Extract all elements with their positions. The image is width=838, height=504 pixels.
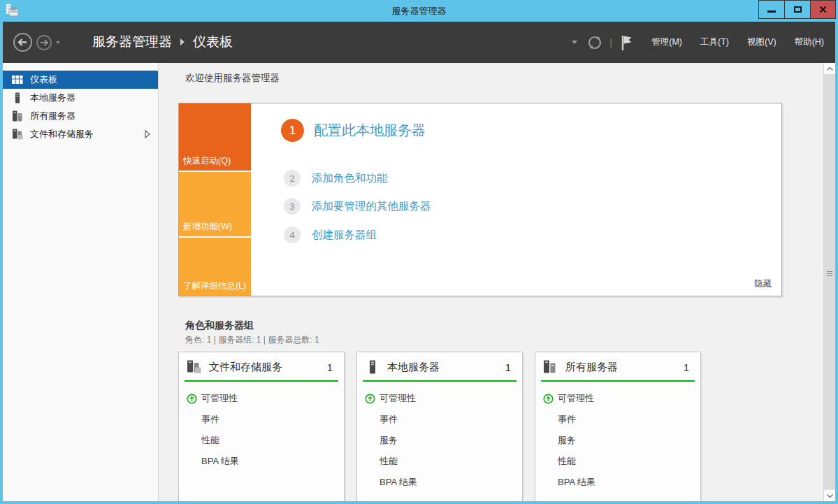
- row-label: 可管理性: [380, 392, 416, 405]
- scroll-down-icon[interactable]: [824, 489, 835, 501]
- step-configure-local-server: 1 配置此本地服务器: [281, 119, 426, 142]
- row-manageability[interactable]: 可管理性: [357, 388, 522, 409]
- row-performance[interactable]: 性能: [535, 451, 700, 472]
- refresh-icon[interactable]: [587, 35, 602, 50]
- local-server-icon: [365, 360, 380, 374]
- step-link[interactable]: 添加要管理的其他服务器: [312, 199, 431, 214]
- card-title: 文件和存储服务: [209, 361, 282, 374]
- welcome-panel: 快速启动(Q) 新增功能(W) 了解详细信息(L) 1 配置此本地服务器 2 添…: [178, 103, 782, 296]
- row-performance[interactable]: 性能: [179, 430, 344, 451]
- row-events[interactable]: 事件: [357, 409, 522, 430]
- scrollbar-thumb[interactable]: [824, 75, 835, 489]
- card-rows: 可管理性 事件 服务 性能 BPA 结果: [357, 382, 522, 493]
- card-count: 1: [684, 361, 689, 373]
- breadcrumb-separator-icon: [180, 38, 185, 45]
- row-performance[interactable]: 性能: [357, 451, 522, 472]
- sidebar-item-file-storage[interactable]: 文件和存储服务: [3, 125, 158, 143]
- hide-link[interactable]: 隐藏: [754, 278, 772, 290]
- row-label: 可管理性: [558, 392, 594, 405]
- breadcrumb-current: 仪表板: [193, 33, 233, 51]
- card-local-server: 本地服务器 1 可管理性 事件 服务 性能: [356, 352, 523, 501]
- row-bpa-results[interactable]: BPA 结果: [535, 472, 700, 493]
- maximize-icon[interactable]: [784, 0, 810, 19]
- row-manageability[interactable]: 可管理性: [179, 388, 344, 409]
- menu-tools[interactable]: 工具(T): [700, 36, 729, 48]
- body: 仪表板 本地服务器: [3, 63, 835, 501]
- tile-quick-start[interactable]: 快速启动(Q): [179, 103, 251, 171]
- scroll-up-icon[interactable]: [824, 63, 835, 75]
- vertical-scrollbar[interactable]: [823, 63, 835, 501]
- row-label: 事件: [201, 413, 219, 426]
- step-link[interactable]: 添加角色和功能: [312, 171, 388, 186]
- close-icon[interactable]: [810, 0, 836, 19]
- sidebar-item-label: 仪表板: [30, 73, 57, 86]
- card-header: 文件和存储服务 1: [179, 352, 344, 380]
- row-bpa-results[interactable]: BPA 结果: [357, 472, 522, 493]
- step-link[interactable]: 创建服务器组: [312, 228, 377, 243]
- app-header: 服务器管理器 仪表板 | 管理(M) 工具(T) 视图(V) 帮助(H): [3, 22, 835, 63]
- row-bpa-results[interactable]: BPA 结果: [179, 451, 344, 472]
- card-count: 1: [327, 361, 333, 373]
- flag-icon[interactable]: [621, 34, 633, 51]
- sidebar-item-label: 文件和存储服务: [30, 128, 94, 141]
- up-arrow-circle-icon: [365, 394, 380, 404]
- sidebar: 仪表板 本地服务器: [3, 63, 159, 501]
- sidebar-item-label: 本地服务器: [30, 92, 75, 104]
- row-label: BPA 结果: [380, 476, 417, 489]
- step-create-server-group: 4 创建服务器组: [284, 226, 377, 243]
- notifications-caret-icon[interactable]: [572, 41, 577, 44]
- menu-help[interactable]: 帮助(H): [795, 36, 824, 48]
- sidebar-item-dashboard[interactable]: 仪表板: [3, 71, 158, 89]
- row-label: 性能: [558, 455, 576, 468]
- row-events[interactable]: 事件: [179, 409, 344, 430]
- header-toolbar: | 管理(M) 工具(T) 视图(V) 帮助(H): [572, 22, 824, 63]
- step-add-other-servers: 3 添加要管理的其他服务器: [284, 198, 431, 215]
- server-manager-window: 服务器管理器 服务器管理器 仪表板: [0, 0, 838, 504]
- roles-section-title: 角色和服务器组: [185, 319, 254, 332]
- sidebar-item-local-server[interactable]: 本地服务器: [3, 89, 158, 107]
- main-pane: 欢迎使用服务器管理器 快速启动(Q) 新增功能(W) 了解详细信息(L) 1 配…: [159, 63, 823, 501]
- file-storage-icon: [187, 360, 202, 374]
- up-arrow-circle-icon: [187, 394, 201, 404]
- back-icon[interactable]: [13, 32, 33, 52]
- card-all-servers: 所有服务器 1 可管理性 事件 服务 性能: [535, 352, 701, 501]
- tile-learn-more[interactable]: 了解详细信息(L): [179, 238, 251, 296]
- row-services[interactable]: 服务: [535, 430, 700, 451]
- breadcrumb-root[interactable]: 服务器管理器: [92, 33, 172, 51]
- step-link[interactable]: 配置此本地服务器: [314, 121, 426, 140]
- welcome-steps: 1 配置此本地服务器 2 添加角色和功能 3 添加要管理的其他服务器 4 创建服…: [256, 103, 781, 296]
- nav-dropdown-caret-icon[interactable]: [56, 41, 60, 44]
- window-controls: [758, 0, 836, 19]
- up-arrow-circle-icon: [543, 394, 558, 404]
- window-title: 服务器管理器: [392, 5, 447, 17]
- breadcrumb: 服务器管理器 仪表板: [92, 33, 233, 51]
- row-manageability[interactable]: 可管理性: [535, 388, 700, 409]
- card-header: 所有服务器 1: [535, 352, 700, 380]
- sidebar-item-all-servers[interactable]: 所有服务器: [3, 107, 158, 125]
- step-number-badge: 3: [284, 198, 301, 215]
- row-label: BPA 结果: [558, 476, 595, 489]
- toolbar-separator: |: [609, 36, 612, 48]
- card-title: 本地服务器: [387, 361, 440, 374]
- expand-arrow-icon[interactable]: [145, 130, 150, 138]
- row-label: 可管理性: [201, 392, 238, 405]
- all-servers-icon: [12, 110, 24, 122]
- row-label: BPA 结果: [201, 455, 239, 468]
- card-count: 1: [505, 361, 511, 373]
- role-cards: 文件和存储服务 1 可管理性 事件 性能 BPA 结果: [178, 352, 701, 501]
- row-label: 性能: [201, 434, 219, 447]
- minimize-icon[interactable]: [758, 0, 784, 19]
- row-services[interactable]: 服务: [357, 430, 522, 451]
- welcome-heading: 欢迎使用服务器管理器: [185, 72, 280, 85]
- local-server-icon: [12, 92, 24, 104]
- title-bar[interactable]: 服务器管理器: [0, 0, 838, 22]
- forward-icon[interactable]: [36, 34, 52, 51]
- welcome-tiles: 快速启动(Q) 新增功能(W) 了解详细信息(L): [179, 103, 251, 296]
- row-label: 性能: [380, 455, 398, 468]
- tile-whats-new[interactable]: 新增功能(W): [179, 172, 251, 236]
- tile-label: 快速启动(Q): [183, 155, 231, 167]
- row-events[interactable]: 事件: [535, 409, 700, 430]
- menu-view[interactable]: 视图(V): [747, 36, 776, 48]
- menu-manage[interactable]: 管理(M): [651, 36, 682, 48]
- step-number-badge: 2: [284, 170, 301, 187]
